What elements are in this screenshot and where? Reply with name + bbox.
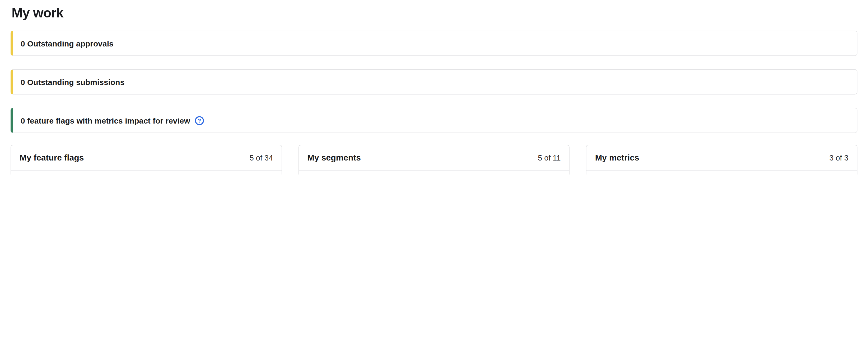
card-my-metrics: My metrics 3 of 3 dfd Traffic Type: user… [586,145,858,174]
metric-row: dfd Traffic Type: user Tags: None [587,170,857,174]
card-my-feature-flags: My feature flags 5 of 34 CRA-002-221 Tra… [10,145,282,174]
card-header: My metrics 3 of 3 [587,145,857,170]
help-circle-icon[interactable]: ? [195,116,204,125]
card-title: My metrics [595,153,639,162]
banner-flags-metrics-impact: 0 feature flags with metrics impact for … [10,108,858,133]
my-work-page: My work 0 Outstanding approvals 0 Outsta… [0,0,868,174]
page-title: My work [11,5,858,21]
card-count: 5 of 11 [538,153,561,162]
metric-link[interactable]: dfd [595,174,608,174]
banner-text: 0 Outstanding submissions [21,77,124,86]
segment-row: Another_testing_with_9900_keys Traffic T… [299,170,569,174]
card-header: My segments 5 of 11 [299,145,569,170]
segment-link[interactable]: Another_testing_with_9900_keys [307,174,432,174]
banner-text: 0 Outstanding approvals [21,39,114,48]
feature-flag-link[interactable]: CRA-002-221 [20,174,68,174]
banner-outstanding-submissions: 0 Outstanding submissions [10,69,858,95]
feature-flag-row: CRA-002-221 Traffic Type: user Tags: Non… [11,170,281,174]
card-my-segments: My segments 5 of 11 Another_testing_with… [298,145,569,174]
cards-row: My feature flags 5 of 34 CRA-002-221 Tra… [10,145,858,174]
card-title: My segments [307,153,361,162]
card-count: 5 of 34 [250,153,273,162]
card-title: My feature flags [20,153,84,162]
banner-text: 0 feature flags with metrics impact for … [21,116,190,125]
banner-outstanding-approvals: 0 Outstanding approvals [10,31,858,56]
card-header: My feature flags 5 of 34 [11,145,281,170]
card-count: 3 of 3 [829,153,848,162]
